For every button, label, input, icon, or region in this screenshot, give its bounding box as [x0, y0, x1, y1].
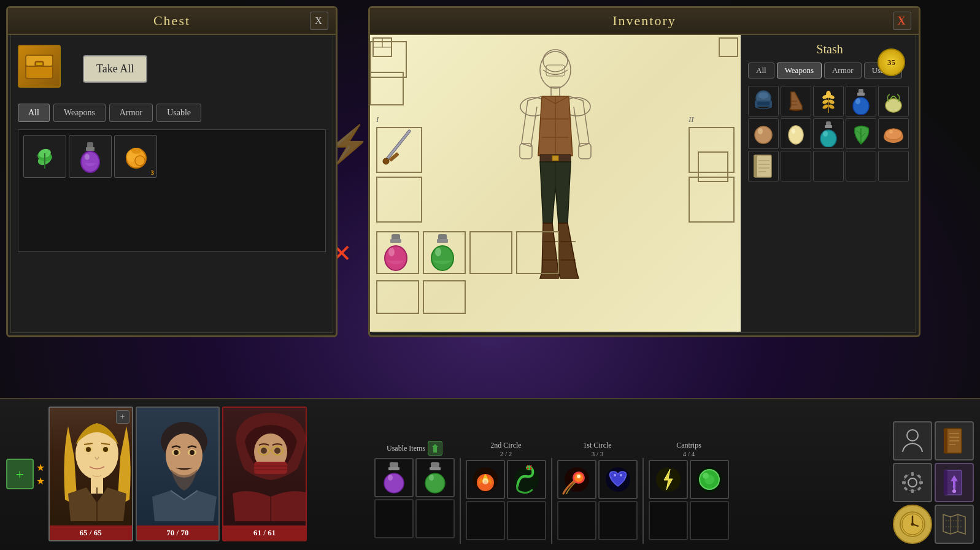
stash-tab-weapons[interactable]: Weapons	[777, 63, 822, 78]
usable-items-icon[interactable]	[428, 441, 442, 456]
svg-point-74	[855, 98, 860, 104]
party-member-3[interactable]: 61 / 61	[222, 407, 307, 541]
svg-point-87	[823, 131, 828, 137]
stash-slot-round[interactable]	[748, 118, 779, 149]
usable-slot-2[interactable]	[415, 458, 455, 497]
equip-slot-main-hand[interactable]	[376, 127, 422, 173]
party-member-1[interactable]: 65 / 65 +	[48, 407, 133, 541]
stash-slot-onion[interactable]	[878, 86, 909, 116]
spell-slot-1c-2[interactable]	[598, 460, 638, 499]
usable-items-label: Usable Items	[387, 444, 425, 453]
add-party-button[interactable]: +	[6, 459, 34, 489]
stash-slot-empty-2[interactable]	[813, 151, 844, 181]
belt-potions	[376, 231, 559, 274]
clock-button[interactable]	[893, 505, 932, 544]
equip-slot-belt-3[interactable]	[469, 231, 512, 274]
cantrip-slot-4[interactable]	[690, 501, 729, 540]
svg-rect-177	[919, 481, 923, 484]
spell-slot-1c-4[interactable]	[598, 501, 638, 540]
divider-2	[551, 458, 552, 544]
equip-slot-belt-2[interactable]	[423, 231, 466, 274]
svg-rect-134	[430, 467, 441, 470]
cantrip-slot-3[interactable]	[649, 501, 688, 540]
inventory-close-button[interactable]: X	[893, 12, 911, 30]
spell-slot-2c-1[interactable]	[466, 460, 505, 499]
equip-slot-main-hand-2[interactable]	[376, 177, 422, 223]
party-member-1-add[interactable]: +	[116, 410, 129, 424]
svg-point-50	[388, 248, 395, 256]
chest-tab-all[interactable]: All	[18, 104, 50, 122]
svg-point-69	[826, 91, 831, 98]
first-circle-slots	[557, 460, 638, 540]
cantrip-slot-2[interactable]	[690, 460, 729, 499]
svg-rect-3	[36, 63, 42, 65]
equip-slot-belt-1[interactable]	[376, 231, 419, 274]
stash-slot-bread[interactable]	[878, 118, 909, 149]
svg-rect-47	[390, 239, 401, 243]
svg-point-116	[190, 450, 195, 455]
equip-slot-shoulder-right[interactable]	[370, 72, 404, 105]
party-member-3-hp: 61 / 61	[223, 525, 306, 540]
stash-tab-all[interactable]: All	[748, 63, 774, 78]
spell-slot-1c-3[interactable]	[557, 501, 596, 540]
stash-slot-potion-teal[interactable]	[813, 118, 844, 149]
stash-tab-armor[interactable]: Armor	[824, 63, 862, 78]
stash-slot-potion-blue[interactable]	[846, 86, 876, 116]
gold-amount[interactable]: 35	[878, 48, 905, 76]
equipment-area: I II	[370, 35, 741, 332]
spell-slot-2c-4[interactable]	[507, 501, 546, 540]
stash-slot-book[interactable]	[748, 151, 779, 181]
usable-slot-3[interactable]	[374, 499, 414, 538]
chest-item-potion-purple[interactable]	[69, 135, 112, 178]
stash-grid	[748, 86, 911, 181]
equip-slot-bottom-1[interactable]	[376, 280, 419, 314]
divider-3	[642, 458, 644, 544]
svg-rect-84	[825, 125, 832, 128]
spell-slot-2c-2[interactable]	[507, 460, 546, 499]
svg-point-152	[614, 474, 616, 476]
usable-slot-4[interactable]	[415, 499, 455, 538]
chest-close-button[interactable]: X	[310, 12, 328, 30]
equip-slot-ring[interactable]	[698, 151, 728, 182]
svg-point-146	[530, 468, 532, 470]
equip-slot-bottom-2[interactable]	[423, 280, 466, 314]
chest-tab-usable[interactable]: Usable	[156, 104, 201, 122]
take-all-button[interactable]: Take All	[83, 55, 147, 83]
second-circle-category: 2nd Circle 2 / 2	[466, 441, 546, 540]
chest-panel: Chest X Take All All Weapons Armor U	[6, 6, 338, 337]
chest-tab-armor[interactable]: Armor	[109, 104, 153, 122]
chest-item-coins[interactable]: 3	[114, 135, 157, 178]
stash-slot-wheat[interactable]	[813, 86, 844, 116]
svg-rect-97	[754, 155, 757, 177]
svg-rect-128	[390, 462, 398, 468]
map-button[interactable]	[935, 505, 974, 544]
usable-slot-1[interactable]	[374, 458, 414, 497]
equip-slot-off-hand-2[interactable]	[689, 177, 735, 223]
equip-slot-belt-4[interactable]	[516, 231, 559, 274]
first-circle-label: 1st Circle	[583, 441, 611, 450]
stash-slot-empty-4[interactable]	[878, 151, 909, 181]
spellbook-button[interactable]	[935, 463, 974, 502]
stash-slot-empty-1[interactable]	[781, 151, 811, 181]
stash-slot-helmet[interactable]	[748, 86, 779, 116]
svg-rect-71	[857, 93, 865, 96]
chest-tab-weapons[interactable]: Weapons	[53, 104, 106, 122]
svg-rect-178	[903, 474, 908, 478]
inventory-panel: Inventory X	[368, 6, 920, 337]
stash-slot-leaf[interactable]	[846, 118, 876, 149]
stash-slot-egg[interactable]	[781, 118, 811, 149]
spell-slot-1c-1[interactable]	[557, 460, 596, 499]
spell-slot-2c-3[interactable]	[466, 501, 505, 540]
ability-categories: Usable Items	[374, 441, 814, 544]
cantrip-slot-1[interactable]	[649, 460, 688, 499]
settings-button[interactable]	[893, 463, 932, 502]
character-button[interactable]	[893, 421, 932, 460]
stash-slot-boots[interactable]	[781, 86, 811, 116]
journal-button[interactable]	[935, 421, 974, 460]
svg-point-13	[85, 154, 90, 160]
party-member-2[interactable]: 70 / 70	[136, 407, 220, 541]
chest-item-herb[interactable]	[23, 135, 66, 178]
svg-point-172	[908, 478, 917, 487]
stash-slot-empty-3[interactable]	[846, 151, 876, 181]
svg-point-59	[758, 93, 768, 99]
